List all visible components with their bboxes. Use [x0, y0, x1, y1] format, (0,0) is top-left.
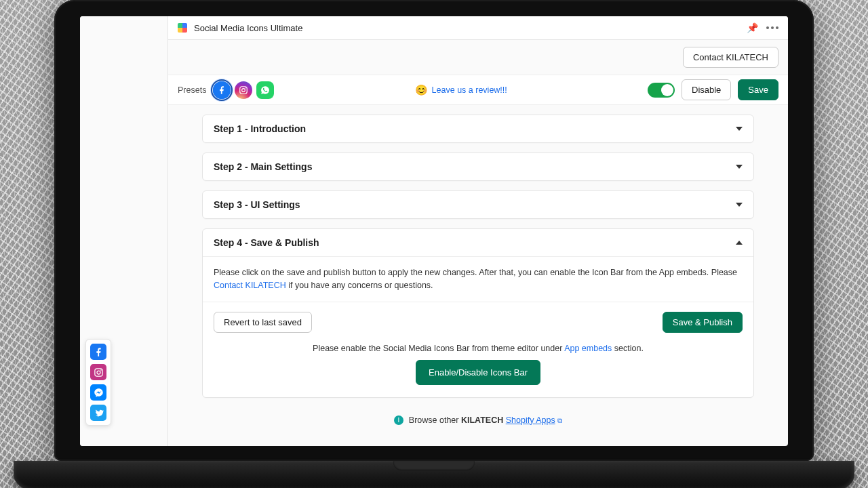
svg-point-2 — [245, 87, 247, 89]
svg-point-4 — [97, 371, 100, 374]
step-1-header[interactable]: Step 1 - Introduction — [203, 115, 753, 142]
app-title: Social Media Icons Ultimate — [194, 23, 302, 33]
float-twitter-icon[interactable] — [90, 405, 106, 421]
chevron-down-icon — [736, 127, 743, 131]
info-icon: i — [394, 415, 403, 425]
app-embeds-link[interactable]: App embeds — [564, 344, 612, 353]
step-2-header[interactable]: Step 2 - Main Settings — [203, 153, 753, 180]
embed-instruction: Please enable the Social Media Icons Bar… — [214, 344, 743, 353]
save-publish-button[interactable]: Save & Publish — [663, 312, 743, 333]
step-2-accordion: Step 2 - Main Settings — [202, 152, 754, 181]
float-instagram-icon[interactable] — [90, 364, 106, 380]
revert-button[interactable]: Revert to last saved — [214, 312, 312, 333]
step-3-header[interactable]: Step 3 - UI Settings — [203, 191, 753, 218]
preset-instagram-icon[interactable] — [235, 81, 252, 99]
step-1-title: Step 1 - Introduction — [214, 123, 306, 134]
disable-button[interactable]: Disable — [682, 79, 731, 100]
contact-link[interactable]: Contact KILATECH — [214, 281, 286, 290]
footer-brand: KILATECH — [461, 415, 503, 425]
chevron-up-icon — [736, 241, 743, 245]
step-3-title: Step 3 - UI Settings — [214, 199, 300, 210]
step-4-header[interactable]: Step 4 - Save & Publish — [203, 229, 753, 256]
chevron-down-icon — [736, 165, 743, 169]
chevron-down-icon — [736, 203, 743, 207]
footer-browse: i Browse other KILATECH Shopify Apps ⧉ — [202, 415, 754, 425]
enable-toggle[interactable] — [648, 83, 675, 98]
step-4-accordion: Step 4 - Save & Publish Please click on … — [202, 228, 754, 398]
review-link[interactable]: 😊 Leave us a review!!! — [415, 84, 507, 96]
preset-whatsapp-icon[interactable] — [256, 81, 274, 99]
step-4-title: Step 4 - Save & Publish — [214, 237, 319, 248]
review-text[interactable]: Leave us a review!!! — [432, 85, 507, 95]
shopify-apps-link[interactable]: Shopify Apps — [506, 415, 555, 425]
contact-button[interactable]: Contact KILATECH — [683, 47, 778, 68]
float-facebook-icon[interactable] — [90, 344, 106, 360]
floating-social-bar — [85, 339, 111, 426]
float-messenger-icon[interactable] — [90, 384, 106, 401]
smile-icon: 😊 — [415, 84, 428, 96]
svg-point-5 — [100, 369, 102, 371]
enable-disable-bar-button[interactable]: Enable/Disable Icons Bar — [416, 360, 540, 385]
external-link-icon: ⧉ — [557, 417, 562, 424]
step-4-note: Please click on the save and publish but… — [214, 266, 743, 292]
svg-point-1 — [242, 88, 245, 92]
more-icon[interactable] — [766, 26, 778, 29]
app-topbar: Social Media Icons Ultimate 📌 — [168, 16, 788, 40]
app-logo — [178, 23, 187, 33]
presets-label: Presets — [178, 85, 206, 95]
step-2-title: Step 2 - Main Settings — [214, 161, 312, 172]
laptop-mockup: Social Media Icons Ultimate 📌 Contact KI… — [54, 0, 814, 488]
preset-facebook-icon[interactable] — [213, 81, 231, 99]
pin-icon[interactable]: 📌 — [747, 22, 758, 33]
preset-bar: Presets — [168, 75, 788, 105]
step-3-accordion: Step 3 - UI Settings — [202, 190, 754, 219]
save-button[interactable]: Save — [738, 79, 778, 100]
step-1-accordion: Step 1 - Introduction — [202, 115, 754, 143]
